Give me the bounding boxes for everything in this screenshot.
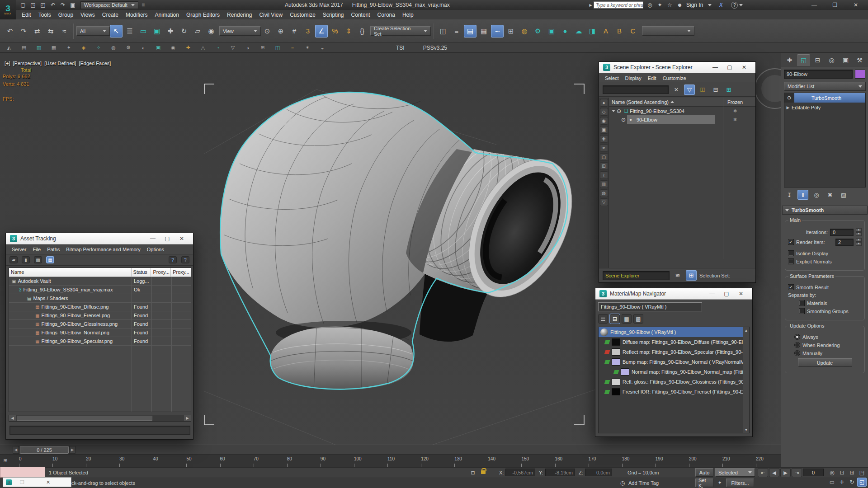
key-filters-button[interactable]: Filters... bbox=[726, 479, 754, 487]
tab-display-icon[interactable]: ▣ bbox=[839, 54, 852, 66]
menu-item[interactable]: Views bbox=[77, 11, 99, 19]
spinner-snap-icon[interactable]: ⇕ bbox=[342, 25, 355, 38]
table-row[interactable]: ▦Fittings_90-Elbow_Glossiness.pngFound bbox=[9, 320, 191, 328]
close-icon[interactable]: ✕ bbox=[737, 64, 751, 70]
map-row[interactable]: Normal map: Fittings_90-Elbow_Normal_map… bbox=[599, 367, 743, 377]
z-coordinate-field[interactable]: 0,0cm bbox=[585, 469, 612, 476]
collapse-arrow-icon[interactable] bbox=[612, 110, 615, 112]
selected-set-dropdown[interactable]: Selected bbox=[715, 468, 755, 477]
minimize-icon[interactable]: — bbox=[705, 291, 719, 297]
layer-stack-icon[interactable]: ≋ bbox=[672, 270, 683, 281]
render-iters-field[interactable]: 2 bbox=[835, 239, 854, 246]
refresh-status-icon[interactable]: ▮ bbox=[22, 256, 30, 263]
search-icon[interactable]: ◎ bbox=[646, 1, 654, 9]
select-and-manipulate-icon[interactable]: ⊕ bbox=[274, 25, 287, 38]
table-row[interactable]: ▤Maps / Shaders bbox=[9, 294, 191, 303]
tab-motion-icon[interactable]: ◎ bbox=[825, 54, 838, 66]
extended-toolbar-icon[interactable]: ▥ bbox=[34, 44, 43, 52]
map-row[interactable]: Bump map: Fittings_90-Elbow_Normal ( VRa… bbox=[599, 357, 743, 367]
extended-toolbar-icon[interactable]: ▣ bbox=[154, 44, 163, 52]
menu-item[interactable]: Create bbox=[99, 11, 122, 19]
extended-toolbar-icon[interactable]: ◐ bbox=[139, 44, 148, 52]
undo-small-icon[interactable]: ↶ bbox=[48, 1, 57, 9]
frozen-column-header[interactable]: Frozen bbox=[727, 99, 743, 105]
select-and-link-icon[interactable]: ⇄ bbox=[31, 25, 43, 38]
map-row[interactable]: Reflect map: Fittings_90-Elbow_Specular … bbox=[599, 347, 743, 357]
extended-toolbar-icon[interactable]: ≡ bbox=[288, 44, 297, 52]
view-large-icons-icon[interactable]: ▩ bbox=[633, 314, 643, 324]
close-icon[interactable]: ✕ bbox=[46, 479, 50, 485]
asset-tracking-titlebar[interactable]: 3 Asset Tracking —▢✕ bbox=[6, 233, 193, 244]
view-list-icon[interactable]: ☰ bbox=[598, 314, 608, 324]
material-navigator-titlebar[interactable]: 3 Material/Map Navigator —▢✕ bbox=[595, 288, 752, 300]
extended-toolbar-icon[interactable]: ✧ bbox=[94, 44, 103, 52]
visibility-eye-icon[interactable] bbox=[620, 117, 627, 123]
display-spacewarps-icon[interactable]: ≈ bbox=[600, 144, 608, 152]
search-input[interactable]: Type a keyword or phrase bbox=[594, 1, 643, 9]
pss-plugin-button[interactable]: PSSv3.25 bbox=[423, 45, 447, 51]
scroll-up-icon[interactable]: ▲ bbox=[745, 327, 748, 333]
maximize-icon[interactable]: ▢ bbox=[719, 291, 734, 297]
menu-item[interactable]: Content bbox=[348, 11, 374, 19]
vertical-scrollbar[interactable]: ▲▼ bbox=[743, 327, 750, 433]
render-preset-dropdown[interactable] bbox=[642, 26, 694, 36]
menu-item[interactable]: Display bbox=[622, 75, 645, 81]
materials-checkbox[interactable] bbox=[799, 300, 805, 306]
hierarchy-view-icon[interactable]: ⊟ bbox=[710, 84, 721, 95]
menu-item[interactable]: Help bbox=[399, 11, 417, 19]
maximize-viewport-icon[interactable]: ◱ bbox=[857, 478, 867, 487]
app-logo-icon[interactable]: 3MAX bbox=[0, 0, 16, 19]
tab-modify-icon[interactable]: ◱ bbox=[797, 54, 810, 66]
selection-filter-dropdown[interactable]: All bbox=[76, 26, 110, 36]
viewcube[interactable] bbox=[755, 69, 781, 108]
close-icon[interactable]: ✕ bbox=[734, 291, 748, 297]
menu-item[interactable]: Edit bbox=[645, 75, 660, 81]
curve-editor-icon[interactable]: ∽ bbox=[491, 25, 504, 38]
display-cameras-icon[interactable]: ▣ bbox=[600, 126, 608, 134]
iterations-field[interactable]: 0 bbox=[830, 229, 854, 236]
minimize-icon[interactable]: — bbox=[708, 64, 722, 70]
frozen-icon[interactable] bbox=[715, 108, 755, 113]
menu-item[interactable]: Tools bbox=[35, 11, 55, 19]
zoom-all-icon[interactable]: ⊡ bbox=[837, 468, 847, 477]
isoline-display-checkbox[interactable] bbox=[788, 250, 794, 256]
y-coordinate-field[interactable]: -8,19cm bbox=[545, 469, 575, 476]
snaps-toggle-icon[interactable]: 3 bbox=[302, 25, 314, 38]
render-iters-checkbox[interactable] bbox=[788, 239, 794, 245]
view-small-icons-icon[interactable]: ▦ bbox=[622, 314, 632, 324]
find-input[interactable] bbox=[603, 85, 669, 94]
percent-snap-icon[interactable]: % bbox=[329, 25, 341, 38]
scene-row-selected[interactable]: ● 90-Elbow bbox=[609, 115, 755, 124]
map-row[interactable]: Diffuse map: Fittings_90-Elbow_Diffuse (… bbox=[599, 337, 743, 347]
favorites-star-icon[interactable]: ☆ bbox=[665, 1, 674, 9]
viewport-label-segment[interactable]: [User Defined] bbox=[44, 61, 76, 66]
table-row[interactable]: ▦Fittings_90-Elbow_Diffuse.pngFound bbox=[9, 303, 191, 311]
menu-item[interactable]: Paths bbox=[44, 247, 63, 252]
menu-item[interactable]: Customize bbox=[286, 11, 319, 19]
help-icon[interactable]: ? bbox=[731, 2, 738, 9]
set-key-button[interactable]: Set K. bbox=[695, 479, 713, 487]
minimize-icon[interactable]: — bbox=[146, 235, 160, 242]
extended-toolbar-icon[interactable]: ⚙ bbox=[124, 44, 133, 52]
project-folder-icon[interactable]: ▣ bbox=[68, 1, 77, 9]
menu-item[interactable]: Graph Editors bbox=[183, 11, 223, 19]
extended-toolbar-icon[interactable]: ✚ bbox=[184, 44, 193, 52]
tab-utilities-icon[interactable]: ⚒ bbox=[853, 54, 866, 66]
extended-toolbar-icon[interactable]: ▤ bbox=[19, 44, 28, 52]
display-bones-icon[interactable]: ≀ bbox=[600, 171, 608, 179]
toolbar-options-icon[interactable]: ≡ bbox=[139, 1, 148, 9]
map-row[interactable]: Fresnel IOR: Fittings_90-Elbow_Frensel (… bbox=[599, 387, 743, 397]
select-object-icon[interactable]: ↖ bbox=[110, 25, 123, 38]
track-bar[interactable]: ⊞ 01020304050607080901001101201301401501… bbox=[0, 455, 781, 467]
select-by-name-icon[interactable]: ☰ bbox=[123, 25, 136, 38]
modifier-stack-item-turbosmooth[interactable]: ⊙ TurboSmooth bbox=[784, 93, 865, 103]
help-icon[interactable]: ? bbox=[169, 256, 177, 263]
go-to-end-icon[interactable]: ⇥ bbox=[792, 468, 802, 477]
explicit-normals-checkbox[interactable] bbox=[788, 258, 794, 264]
maxscript-mini-listener[interactable] bbox=[0, 467, 45, 478]
tsi-plugin-button[interactable]: TSI bbox=[396, 45, 405, 51]
table-row[interactable]: ▦Fittings_90-Elbow_Specular.pngFound bbox=[9, 337, 191, 346]
next-frame-arrow-icon[interactable]: ▶ bbox=[69, 446, 75, 454]
table-view-icon[interactable]: ▦ bbox=[46, 256, 54, 263]
extended-toolbar-icon[interactable]: ◑ bbox=[243, 44, 252, 52]
